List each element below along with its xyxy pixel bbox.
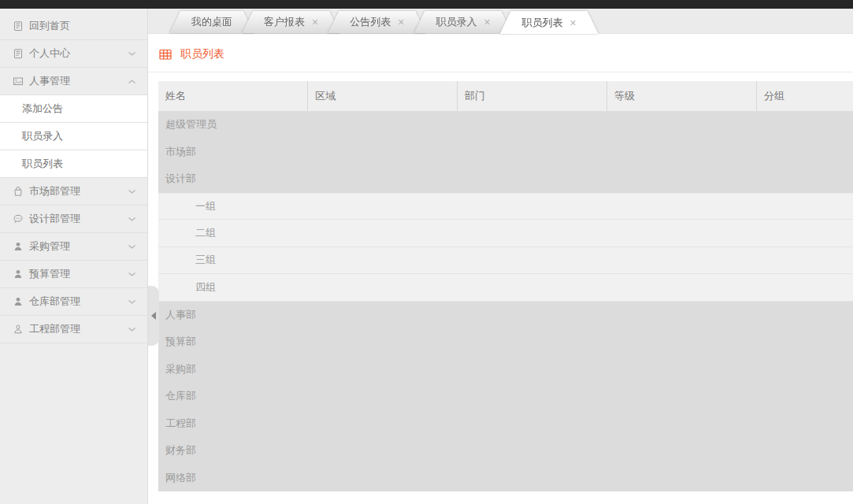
table-row[interactable]: 四组: [158, 274, 853, 302]
sidebar-item-label: 添加公告: [22, 102, 63, 116]
sidebar-item-budget[interactable]: 预算管理: [0, 261, 147, 288]
close-icon[interactable]: ×: [484, 17, 490, 28]
sidebar-item-engineering[interactable]: 工程部管理: [0, 316, 147, 343]
sidebar: 回到首页 个人中心 人事管理 添加公告 职员录入: [0, 9, 148, 504]
row-label: 一组: [195, 199, 216, 213]
close-icon[interactable]: ×: [570, 17, 577, 28]
sidebar-item-label: 市场部管理: [29, 184, 80, 198]
table-header-row: 姓名 区域 部门 等级 分组: [158, 81, 853, 111]
sidebar-item-label: 工程部管理: [29, 322, 80, 336]
sidebar-item-marketing[interactable]: 市场部管理: [0, 178, 147, 206]
staff-table: 姓名 区域 部门 等级 分组 超级管理员 市场部 设计部 一组 二组 三组 四组…: [158, 81, 853, 491]
chevron-down-icon: [128, 299, 136, 305]
sidebar-item-label: 回到首页: [29, 19, 70, 33]
picture-icon: [13, 76, 24, 87]
sidebar-item-label: 预算管理: [29, 267, 70, 281]
sidebar-item-label: 职员列表: [22, 157, 63, 171]
column-header-region: 区域: [308, 81, 458, 111]
sidebar-item-label: 职员录入: [22, 129, 63, 143]
tab-label: 我的桌面: [191, 15, 232, 29]
close-icon[interactable]: ×: [312, 17, 318, 28]
sidebar-item-hr[interactable]: 人事管理: [0, 68, 147, 95]
sidebar-item-label: 仓库部管理: [29, 295, 80, 309]
sidebar-item-add-notice[interactable]: 添加公告: [0, 95, 147, 123]
table-row[interactable]: 预算部: [158, 328, 853, 356]
row-label: 采购部: [165, 362, 196, 376]
row-label: 超级管理员: [165, 117, 217, 132]
news-icon: [13, 20, 24, 32]
sidebar-item-label: 人事管理: [29, 74, 70, 88]
sidebar-item-design[interactable]: 设计部管理: [0, 206, 147, 233]
row-label: 工程部: [165, 417, 196, 431]
sidebar-item-profile[interactable]: 个人中心: [0, 40, 147, 68]
sidebar-item-label: 采购管理: [29, 239, 70, 254]
column-header-department: 部门: [458, 81, 607, 111]
user-icon: [13, 241, 24, 252]
chevron-up-icon: [128, 79, 136, 84]
chevron-down-icon: [128, 244, 136, 250]
table-row[interactable]: 仓库部: [158, 383, 853, 410]
tab-strip: 我的桌面 客户报表× 公告列表× 职员录入× 职员列表×: [148, 9, 853, 34]
collapse-left-icon: [151, 312, 156, 320]
table-row[interactable]: 采购部: [158, 356, 853, 384]
table-row[interactable]: 超级管理员: [158, 111, 853, 139]
tab-customer-report[interactable]: 客户报表×: [242, 11, 340, 33]
tab-staff-list[interactable]: 职员列表×: [500, 11, 599, 33]
tab-label: 职员列表: [522, 16, 563, 30]
row-label: 网络部: [165, 471, 196, 485]
row-label: 财务部: [165, 443, 196, 458]
sidebar-item-staff-list[interactable]: 职员列表: [0, 150, 147, 178]
tab-label: 职员录入: [436, 15, 477, 29]
sidebar-item-purchasing[interactable]: 采购管理: [0, 233, 147, 261]
user-icon: [13, 269, 24, 280]
table-grid-icon: [159, 49, 172, 61]
table-row[interactable]: 网络部: [158, 465, 853, 492]
table-row[interactable]: 市场部: [158, 139, 853, 166]
table-row[interactable]: 二组: [158, 220, 853, 247]
main-content: 我的桌面 客户报表× 公告列表× 职员录入× 职员列表× 职员列表 姓名: [148, 9, 853, 504]
row-label: 设计部: [165, 172, 196, 186]
chevron-down-icon: [128, 217, 136, 222]
sidebar-item-staff-entry[interactable]: 职员录入: [0, 123, 147, 150]
table-row[interactable]: 一组: [158, 193, 853, 220]
sidebar-item-label: 个人中心: [29, 46, 70, 61]
row-label: 四组: [195, 280, 216, 295]
page-title: 职员列表: [180, 47, 224, 61]
tab-notice-list[interactable]: 公告列表×: [328, 11, 426, 33]
chat-icon: [13, 213, 24, 224]
row-label: 二组: [195, 226, 216, 240]
table-row[interactable]: 三组: [158, 247, 853, 275]
row-label: 预算部: [165, 335, 196, 349]
tab-label: 客户报表: [264, 15, 305, 29]
sidebar-item-label: 设计部管理: [29, 212, 80, 226]
table-row[interactable]: 人事部: [158, 302, 853, 329]
tab-label: 公告列表: [350, 15, 391, 29]
chevron-down-icon: [128, 51, 136, 57]
bag-icon: [13, 186, 24, 197]
app-container: 回到首页 个人中心 人事管理 添加公告 职员录入: [0, 9, 853, 504]
sidebar-item-warehouse[interactable]: 仓库部管理: [0, 288, 147, 316]
table-row[interactable]: 工程部: [158, 410, 853, 438]
tab-staff-entry[interactable]: 职员录入×: [414, 11, 512, 33]
table-row[interactable]: 设计部: [158, 165, 853, 193]
column-header-level: 等级: [607, 81, 757, 111]
row-label: 三组: [195, 253, 216, 267]
chevron-down-icon: [128, 272, 136, 277]
close-icon[interactable]: ×: [398, 17, 404, 28]
page-header: 职员列表: [148, 34, 853, 72]
column-header-group: 分组: [757, 81, 853, 111]
sidebar-item-home[interactable]: 回到首页: [0, 13, 147, 40]
news-icon: [13, 48, 24, 59]
top-bar: [0, 0, 853, 9]
row-label: 人事部: [165, 308, 196, 322]
chevron-down-icon: [128, 189, 136, 195]
user-icon: [13, 296, 24, 307]
sidebar-collapse-handle[interactable]: [148, 286, 159, 346]
table-row[interactable]: 财务部: [158, 437, 853, 465]
column-header-name: 姓名: [158, 81, 308, 111]
user-outline-icon: [13, 324, 24, 335]
chevron-down-icon: [128, 327, 136, 332]
row-label: 市场部: [165, 145, 196, 159]
row-label: 仓库部: [165, 389, 196, 403]
